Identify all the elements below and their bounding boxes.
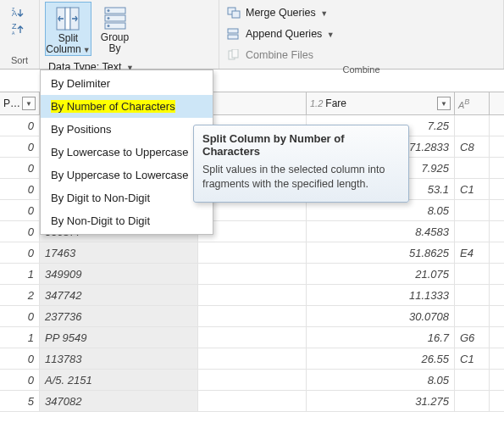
- cell-ticket: 237736: [40, 306, 198, 326]
- menu-item-delimiter[interactable]: By Delimiter: [41, 72, 213, 95]
- split-column-button[interactable]: SplitColumn▼: [45, 2, 91, 56]
- cell-parc: 0: [0, 221, 40, 242]
- svg-rect-20: [232, 11, 240, 18]
- cell-cabin: G6: [455, 327, 490, 348]
- cell-blank: [198, 370, 307, 390]
- sort-ascending-icon[interactable]: AZ: [11, 5, 28, 20]
- svg-rect-24: [232, 49, 238, 58]
- filter-button[interactable]: ▼: [437, 97, 451, 110]
- cell-cabin: [455, 306, 490, 326]
- filter-button[interactable]: ▼: [22, 97, 36, 110]
- cell-parc: 0: [0, 115, 40, 136]
- split-column-menu: By Delimiter By Number of Characters By …: [40, 70, 213, 235]
- menu-item-low-upper[interactable]: By Lowercase to Uppercase: [41, 141, 213, 164]
- cell-fare: 16.7: [307, 327, 455, 348]
- svg-rect-5: [65, 8, 70, 30]
- cell-fare: 30.0708: [307, 306, 455, 326]
- cell-parc: 1: [0, 264, 40, 284]
- combine-group: Merge Queries ▼ Append Queries ▼ Combine…: [219, 0, 504, 69]
- cell-fare: 11.1333: [307, 285, 455, 305]
- cell-fare: 8.4583: [307, 221, 455, 242]
- cell-cabin: [455, 115, 490, 136]
- cell-cabin: [455, 391, 490, 411]
- cell-parc: 0: [0, 158, 40, 178]
- cell-blank: [198, 200, 307, 220]
- menu-item-num-chars[interactable]: By Number of Characters: [41, 95, 213, 118]
- col-header-cabin[interactable]: AB: [455, 92, 490, 114]
- table-row[interactable]: 234774211.1333: [0, 285, 504, 306]
- table-row[interactable]: 011378326.55C1: [0, 348, 504, 370]
- cell-blank: [198, 264, 307, 284]
- group-by-icon: [99, 3, 131, 32]
- table-row[interactable]: 0A/5. 21518.05: [0, 370, 504, 391]
- append-queries-button[interactable]: Append Queries ▼: [224, 25, 498, 43]
- combine-files-icon: [226, 47, 241, 63]
- cell-cabin: C1: [455, 348, 490, 369]
- cell-blank: [198, 327, 307, 348]
- cell-blank: [198, 221, 307, 242]
- cell-parc: 0: [0, 136, 40, 157]
- cell-cabin: C1: [455, 179, 490, 199]
- menu-item-digit-nondigit[interactable]: By Digit to Non-Digit: [41, 186, 213, 209]
- table-row[interactable]: 134990921.075: [0, 264, 504, 285]
- cell-parc: 0: [0, 200, 40, 220]
- menu-item-positions[interactable]: By Positions: [41, 118, 213, 141]
- cell-cabin: [455, 221, 490, 242]
- cell-ticket: 113783: [40, 348, 198, 369]
- cell-cabin: E4: [455, 242, 490, 263]
- cell-blank: [198, 242, 307, 263]
- table-row[interactable]: 01746351.8625E4: [0, 242, 504, 264]
- svg-text:A: A: [12, 31, 15, 36]
- col-header-fare[interactable]: 1.2 Fare ▼: [307, 92, 455, 114]
- ribbon: AZ ZA Sort SplitColumn▼: [0, 0, 504, 70]
- sort-group-label: Sort: [11, 55, 28, 65]
- transform-group: SplitColumn▼ GroupBy Data Type: Text ▼: [40, 0, 219, 69]
- cell-blank: [198, 306, 307, 326]
- cell-cabin: [455, 370, 490, 390]
- cell-blank: [198, 391, 307, 411]
- cell-ticket: A/5. 2151: [40, 370, 198, 390]
- cell-parc: 0: [0, 370, 40, 390]
- menu-item-upper-lower[interactable]: By Uppercase to Lowercase: [41, 164, 213, 186]
- svg-point-10: [107, 9, 109, 12]
- sort-descending-icon[interactable]: ZA: [11, 22, 28, 37]
- cell-fare: 8.05: [307, 200, 455, 220]
- menu-item-nondigit-digit[interactable]: By Non-Digit to Digit: [41, 209, 213, 232]
- cell-cabin: C8: [455, 136, 490, 157]
- svg-text:Z: Z: [12, 7, 14, 12]
- cell-fare: 31.275: [307, 391, 455, 411]
- table-row[interactable]: 534708231.275: [0, 391, 504, 412]
- tooltip-title: Split Column by Number of Characters: [202, 132, 400, 158]
- cell-ticket: PP 9549: [40, 327, 198, 348]
- svg-rect-21: [228, 29, 238, 33]
- table-row[interactable]: 023773630.0708: [0, 306, 504, 327]
- cell-ticket: 347082: [40, 391, 198, 411]
- combine-group-label: Combine: [224, 64, 498, 75]
- merge-icon: [226, 5, 241, 20]
- cell-ticket: 347742: [40, 285, 198, 305]
- cell-cabin: [455, 158, 490, 178]
- cell-ticket: 17463: [40, 242, 198, 263]
- cell-blank: [198, 285, 307, 305]
- col-header-parc[interactable]: Parc… ▼: [0, 92, 40, 114]
- cell-cabin: [455, 285, 490, 305]
- cell-cabin: [455, 200, 490, 220]
- cell-parc: 1: [0, 327, 40, 348]
- cell-blank: [198, 348, 307, 369]
- cell-parc: 5: [0, 391, 40, 411]
- cell-fare: 26.55: [307, 348, 455, 369]
- combine-files-button[interactable]: Combine Files: [224, 46, 498, 64]
- svg-point-11: [107, 17, 109, 19]
- col-header-spacer: [198, 92, 307, 114]
- table-row[interactable]: 1PP 954916.7G6: [0, 327, 504, 348]
- cell-fare: 21.075: [307, 264, 455, 284]
- sort-group: AZ ZA Sort: [0, 0, 40, 69]
- cell-parc: 0: [0, 306, 40, 326]
- cell-ticket: 349909: [40, 264, 198, 284]
- cell-cabin: [455, 264, 490, 284]
- merge-queries-button[interactable]: Merge Queries ▼: [224, 3, 498, 22]
- group-by-button[interactable]: GroupBy: [91, 2, 138, 56]
- cell-parc: 0: [0, 179, 40, 199]
- cell-parc: 0: [0, 348, 40, 369]
- tooltip: Split Column by Number of Characters Spl…: [193, 125, 409, 203]
